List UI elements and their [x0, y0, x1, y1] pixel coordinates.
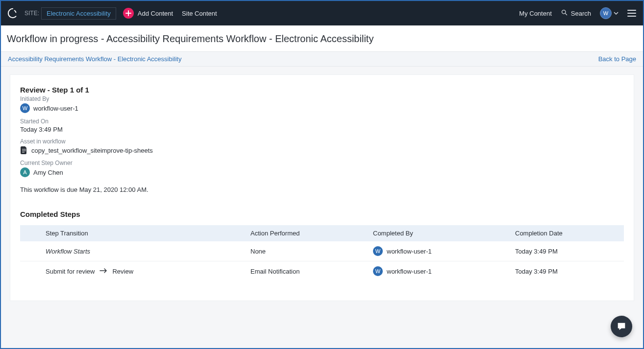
started-on-value: Today 3:49 PM — [20, 126, 624, 133]
plus-icon — [123, 8, 134, 19]
action-performed: None — [246, 241, 368, 261]
initiated-by-value: W workflow-user-1 — [20, 103, 624, 113]
step-from: Workflow Starts — [46, 248, 90, 255]
site-selector[interactable]: Electronic Accessibility — [41, 7, 116, 20]
review-heading: Review - Step 1 of 1 — [20, 86, 624, 94]
breadcrumb-link[interactable]: Accessibility Requirements Workflow - El… — [8, 55, 181, 63]
due-text: This workflow is due May 21, 2020 12:00 … — [20, 186, 624, 193]
started-on-label: Started On — [20, 118, 624, 125]
asset-value: copy_test_workflow_siteimprove-tip-sheet… — [20, 146, 624, 155]
topbar: SITE: Electronic Accessibility Add Conte… — [1, 1, 643, 25]
page-title: Workflow in progress - Accessibility Req… — [7, 33, 637, 45]
action-performed: Email Notification — [246, 261, 368, 281]
initiator-avatar: W — [20, 103, 30, 113]
chat-help-button[interactable] — [611, 316, 632, 337]
completed-by-name: workflow-user-1 — [387, 248, 432, 255]
workflow-card: Review - Step 1 of 1 Initiated By W work… — [10, 74, 634, 301]
owner-label: Current Step Owner — [20, 160, 624, 166]
search-icon — [561, 9, 568, 18]
asset-label: Asset in workflow — [20, 138, 624, 145]
col-completed-by: Completed By — [368, 225, 510, 241]
user-avatar: W — [600, 7, 612, 19]
breadcrumb-bar: Accessibility Requirements Workflow - El… — [1, 52, 643, 67]
user-menu[interactable]: W — [600, 7, 619, 19]
site-label: SITE: — [25, 10, 39, 17]
initiator-name: workflow-user-1 — [33, 105, 78, 112]
add-content-button[interactable]: Add Content — [123, 8, 173, 19]
completed-by-name: workflow-user-1 — [387, 268, 432, 275]
site-content-link[interactable]: Site Content — [182, 10, 217, 17]
app-logo-icon[interactable] — [7, 7, 19, 19]
search-button[interactable]: Search — [561, 9, 591, 18]
completed-steps-heading: Completed Steps — [20, 210, 624, 218]
completion-date: Today 3:49 PM — [510, 261, 624, 281]
my-content-link[interactable]: My Content — [519, 10, 551, 17]
back-to-page-link[interactable]: Back to Page — [598, 55, 636, 63]
table-row: Submit for reviewReviewEmail Notificatio… — [20, 261, 624, 281]
search-label: Search — [571, 10, 591, 17]
owner-value: A Amy Chen — [20, 167, 624, 177]
completed-by-avatar: W — [373, 246, 383, 256]
owner-name: Amy Chen — [33, 169, 63, 176]
col-step-transition: Step Transition — [20, 225, 246, 241]
completion-date: Today 3:49 PM — [510, 241, 624, 261]
completed-steps-table: Step Transition Action Performed Complet… — [20, 225, 624, 281]
page-title-bar: Workflow in progress - Accessibility Req… — [1, 25, 643, 52]
chevron-down-icon — [614, 10, 619, 17]
add-content-label: Add Content — [138, 10, 173, 17]
owner-avatar: A — [20, 167, 30, 177]
step-to: Review — [112, 268, 133, 275]
col-action-performed: Action Performed — [246, 225, 368, 241]
initiated-by-label: Initiated By — [20, 95, 624, 102]
arrow-right-icon — [99, 268, 107, 275]
step-from: Submit for review — [46, 268, 95, 275]
table-row: Workflow StartsNoneWworkflow-user-1Today… — [20, 241, 624, 261]
svg-point-0 — [562, 10, 566, 14]
completed-by-avatar: W — [373, 266, 383, 276]
col-completion-date: Completion Date — [510, 225, 624, 241]
file-icon — [20, 146, 28, 155]
hamburger-menu[interactable] — [627, 10, 636, 17]
site-selector-value: Electronic Accessibility — [47, 10, 111, 17]
asset-name[interactable]: copy_test_workflow_siteimprove-tip-sheet… — [31, 147, 153, 154]
